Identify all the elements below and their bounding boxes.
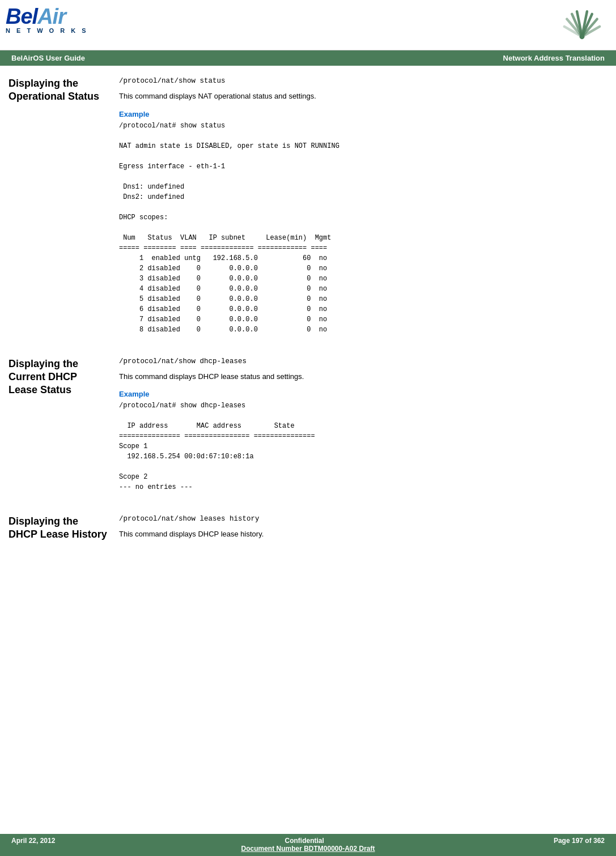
- description-1: This command displays NAT operational st…: [119, 91, 605, 102]
- footer-page: Page 197 of 362: [554, 837, 605, 845]
- page-header: BelAir N E T W O R K S: [0, 0, 616, 50]
- code-block-2: /protocol/nat# show dhcp-leases IP addre…: [119, 401, 605, 492]
- example-label-2: Example: [119, 390, 605, 398]
- main-content: Displaying the Operational Status Displa…: [0, 66, 616, 574]
- footer-confidential: Confidential: [285, 837, 324, 845]
- signal-icon: [559, 6, 605, 44]
- command-3: /protocol/nat/show leases history: [119, 515, 605, 523]
- section-block-2: /protocol/nat/show dhcp-leases This comm…: [119, 357, 605, 493]
- command-2: /protocol/nat/show dhcp-leases: [119, 357, 605, 365]
- description-3: This command displays DHCP lease history…: [119, 529, 605, 540]
- logo-text: BelAir: [6, 6, 88, 27]
- description-2: This command displays DHCP lease status …: [119, 371, 605, 382]
- footer-doc-number: Document Number BDTM00000-A02 Draft: [11, 845, 605, 853]
- section-heading-2: Displaying the Current DHCP Lease Status: [9, 357, 108, 397]
- svg-point-0: [580, 34, 585, 39]
- footer-row1: April 22, 2012 Confidential Page 197 of …: [11, 837, 605, 845]
- nav-right: Network Address Translation: [503, 54, 605, 62]
- footer: April 22, 2012 Confidential Page 197 of …: [0, 834, 616, 856]
- section-block-1: /protocol/nat/show status This command d…: [119, 77, 605, 335]
- nav-left: BelAirOS User Guide: [11, 54, 85, 62]
- code-block-1: /protocol/nat# show status NAT admin sta…: [119, 121, 605, 335]
- right-column: /protocol/nat/show status This command d…: [113, 77, 616, 563]
- example-label-1: Example: [119, 110, 605, 118]
- command-1: /protocol/nat/show status: [119, 77, 605, 85]
- nav-bar: BelAirOS User Guide Network Address Tran…: [0, 50, 616, 66]
- footer-date: April 22, 2012: [11, 837, 55, 845]
- logo-networks: N E T W O R K S: [6, 27, 88, 34]
- section-heading-3: Displaying the DHCP Lease History: [9, 515, 108, 542]
- left-column: Displaying the Operational Status Displa…: [0, 77, 113, 563]
- section-heading-1: Displaying the Operational Status: [9, 77, 108, 104]
- section-block-3: /protocol/nat/show leases history This c…: [119, 515, 605, 540]
- belair-logo: BelAir N E T W O R K S: [6, 6, 88, 34]
